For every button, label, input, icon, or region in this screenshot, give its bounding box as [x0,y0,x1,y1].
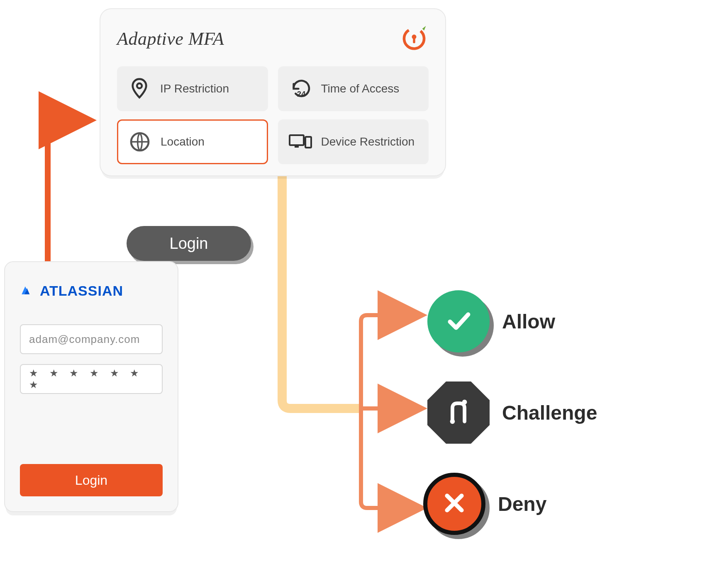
svg-point-10 [462,400,467,405]
brand-name: ATLASSIAN [40,283,123,299]
atlassian-brand: ATLASSIAN [20,282,163,299]
mfa-chip-ip-restriction[interactable]: IP Restriction [117,66,268,111]
check-icon [444,306,473,337]
location-pin-icon [128,77,151,100]
mfa-chip-time-of-access[interactable]: 24 Time of Access [278,66,429,111]
password-field[interactable]: ★ ★ ★ ★ ★ ★ ★ [20,364,163,394]
allow-badge [427,290,490,352]
outcome-challenge: Challenge [427,381,597,444]
svg-point-3 [137,83,142,88]
email-value: adam@company.com [29,333,140,346]
outcome-deny: Deny [423,473,546,535]
atlassian-logo-icon [20,282,34,299]
deny-badge [423,473,485,535]
devices-icon [289,130,312,153]
mfa-title: Adaptive MFA [117,28,224,49]
close-icon [440,488,469,519]
password-mask: ★ ★ ★ ★ ★ ★ ★ [29,367,154,391]
login-flow-label: Login [127,226,251,261]
mfa-chip-device-restriction[interactable]: Device Restriction [278,119,429,164]
mfa-chip-label: Device Restriction [321,135,415,148]
login-button[interactable]: Login [20,464,163,496]
challenge-badge [427,381,490,444]
globe-icon [128,130,151,153]
svg-point-9 [450,419,455,424]
adaptive-mfa-card: Adaptive MFA IP Restriction 24 [100,8,446,176]
svg-text:24: 24 [297,90,305,98]
miniorange-logo-icon [400,23,429,54]
svg-rect-8 [305,137,311,148]
mfa-chip-label: Location [161,135,205,148]
email-field[interactable]: adam@company.com [20,324,163,354]
route-icon [444,397,473,428]
outcome-label: Allow [502,310,555,333]
svg-rect-7 [295,146,299,148]
svg-rect-2 [413,38,415,43]
svg-rect-6 [290,135,304,145]
outcome-label: Deny [498,493,546,515]
time-24-icon: 24 [289,77,312,100]
login-card: ATLASSIAN adam@company.com ★ ★ ★ ★ ★ ★ ★… [4,261,178,512]
outcome-allow: Allow [427,290,555,352]
mfa-chip-location[interactable]: Location [117,119,268,164]
mfa-chip-label: IP Restriction [160,82,229,95]
outcome-label: Challenge [502,401,597,424]
mfa-chip-label: Time of Access [321,82,400,95]
